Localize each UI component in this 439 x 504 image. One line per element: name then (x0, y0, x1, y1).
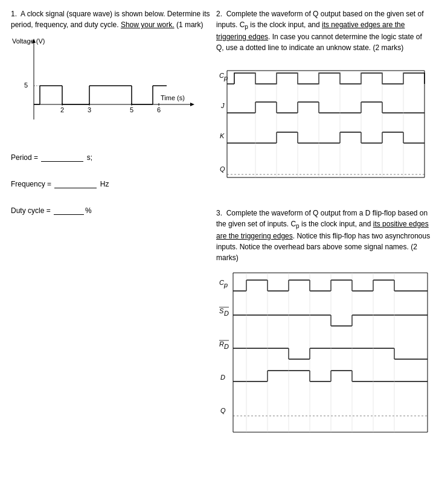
tick-6: 6 (157, 106, 161, 113)
period-row: Period = s; (11, 153, 210, 162)
q1-waveform: Voltage (V) 5 Time (s) 2 3 5 6 (11, 35, 210, 142)
q3-waveform-svg: C p S (216, 268, 431, 437)
left-column: 1. A clock signal (square wave) is shown… (11, 8, 210, 446)
svg-marker-3 (190, 103, 194, 106)
tick-5: 5 (130, 106, 133, 113)
time-label: Time (s) (161, 94, 185, 101)
duty-row: Duty cycle = % (11, 206, 210, 215)
q1-text: 1. A clock signal (square wave) is shown… (11, 8, 210, 30)
duty-blank (54, 214, 84, 215)
period-blank (41, 161, 83, 162)
duty-unit: % (85, 206, 92, 215)
q2-text: 2. Complete the waveform of Q output bas… (216, 8, 431, 55)
frequency-row: Frequency = Hz (11, 180, 210, 188)
cp-label-q2: C (219, 72, 224, 79)
k-label-q2: K (220, 132, 225, 139)
y-label-5: 5 (24, 81, 28, 89)
d-label-q3: D (220, 374, 225, 381)
clock-waveform-svg: Voltage (V) 5 Time (s) 2 3 5 6 (11, 35, 198, 141)
duty-label: Duty cycle = (11, 206, 53, 215)
period-label: Period = (11, 153, 40, 162)
cp-sub-q3: p (223, 281, 228, 289)
q3-notice: Notice (240, 243, 260, 251)
sd-sub-q3: D (224, 310, 229, 317)
tick-3: 3 (88, 106, 91, 113)
j-label-q2: J (220, 102, 225, 109)
freq-label: Frequency = (11, 180, 53, 188)
cp-label-q3: C (219, 279, 224, 286)
q2-waveform: C p J (216, 60, 431, 200)
q3-text: 3. Complete the waveform of Q output fro… (216, 208, 431, 263)
page: 1. A clock signal (square wave) is shown… (0, 0, 439, 455)
q3-waveform: C p S (216, 268, 431, 439)
voltage-label: Voltage (V) (12, 37, 45, 45)
q1-show: Show your work. (121, 21, 175, 29)
right-column: 2. Complete the waveform of Q output bas… (216, 8, 431, 446)
q2-waveform-svg: C p J (216, 60, 431, 199)
sd-label-q3: S (219, 307, 224, 314)
rd-label-q3: R (219, 340, 224, 348)
freq-unit: Hz (98, 180, 109, 188)
tick-2: 2 (60, 106, 64, 113)
q-label-q2: Q (220, 165, 225, 173)
q3-underline: its positive edges are the triggering ed… (216, 220, 429, 240)
period-unit: s; (85, 153, 92, 162)
freq-blank (54, 188, 97, 188)
q-label-q3: Q (220, 407, 226, 414)
rd-sub-q3: D (224, 343, 229, 350)
